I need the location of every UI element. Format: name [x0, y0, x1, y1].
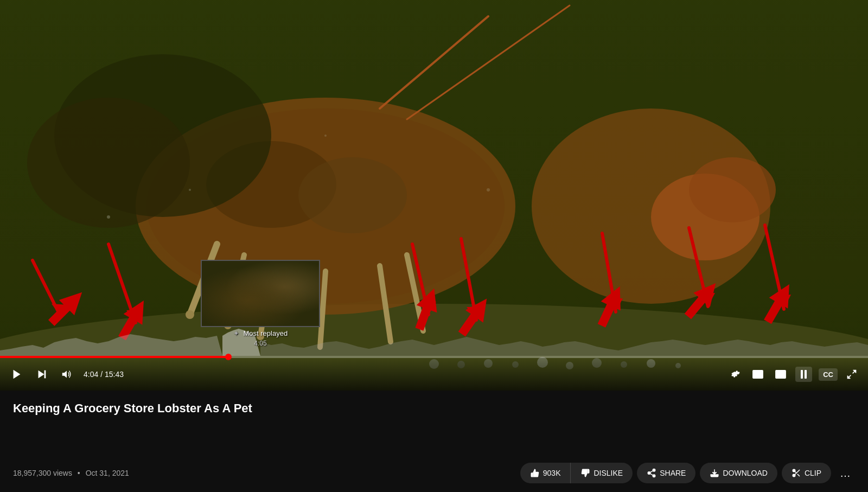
next-button[interactable]: [34, 366, 50, 382]
like-dislike-group: 903K DISLIKE: [520, 463, 633, 483]
cc-button[interactable]: CC: [819, 368, 838, 381]
info-section: Keeping A Grocery Store Lobster As A Pet…: [0, 391, 868, 492]
volume-icon: [61, 368, 73, 380]
video-player[interactable]: ✦ Most replayed 4:05: [0, 0, 868, 391]
svg-marker-38: [44, 285, 90, 331]
svg-point-76: [793, 474, 795, 477]
progress-tooltip: ✦ Most replayed 4:05: [201, 260, 320, 347]
download-button[interactable]: DOWNLOAD: [700, 463, 777, 483]
action-buttons: 903K DISLIKE: [520, 463, 855, 483]
dislike-label: DISLIKE: [593, 469, 623, 477]
tooltip-thumbnail: [201, 260, 320, 327]
waveform-display: [0, 326, 868, 356]
meta-row: 18,957,300 views • Oct 31, 2021 903K: [13, 463, 855, 483]
svg-rect-65: [776, 370, 786, 378]
play-icon: [11, 368, 23, 380]
download-icon: [710, 468, 719, 478]
miniplayer-icon: [752, 369, 764, 379]
fullscreen-icon: [846, 369, 857, 380]
controls-bar: 4:04 / 15:43: [0, 358, 868, 391]
like-icon: [530, 468, 540, 478]
dislike-icon: [580, 468, 590, 478]
svg-line-72: [650, 474, 653, 475]
svg-point-71: [653, 475, 655, 477]
clip-button[interactable]: CLIP: [782, 463, 831, 483]
share-button[interactable]: SHARE: [637, 463, 695, 483]
tooltip-text: ✦ Most replayed: [233, 329, 288, 337]
right-controls: CC: [727, 366, 859, 382]
pause-bars: [801, 370, 807, 379]
svg-rect-64: [758, 374, 762, 377]
tooltip-sparkle: ✦: [233, 329, 239, 337]
dislike-button[interactable]: DISLIKE: [571, 463, 633, 483]
time-display: 4:04 / 15:43: [84, 370, 124, 379]
theater-icon: [775, 369, 787, 379]
video-title: Keeping A Grocery Store Lobster As A Pet: [13, 401, 855, 416]
svg-line-79: [795, 471, 796, 473]
like-count: 903K: [543, 469, 561, 477]
miniplayer-button[interactable]: [750, 367, 766, 381]
clip-icon: [792, 468, 801, 478]
svg-point-70: [648, 472, 650, 475]
pause-indicator[interactable]: [795, 367, 812, 382]
settings-icon: [729, 368, 741, 380]
svg-point-69: [653, 469, 655, 472]
volume-button[interactable]: [59, 366, 75, 382]
fullscreen-button[interactable]: [844, 367, 859, 382]
next-icon: [36, 368, 48, 380]
svg-rect-61: [44, 370, 46, 379]
more-button[interactable]: …: [835, 465, 855, 482]
svg-line-73: [650, 471, 653, 472]
like-button[interactable]: 903K: [520, 463, 571, 483]
svg-line-78: [797, 474, 800, 476]
play-button[interactable]: [9, 366, 25, 382]
svg-marker-62: [62, 371, 67, 378]
video-stats: 18,957,300 views • Oct 31, 2021: [13, 469, 129, 477]
tooltip-time: 4:05: [254, 340, 266, 347]
svg-marker-59: [14, 370, 21, 379]
theater-button[interactable]: [773, 367, 789, 381]
svg-marker-60: [39, 370, 44, 379]
settings-button[interactable]: [727, 366, 743, 382]
share-icon: [647, 468, 656, 478]
svg-point-75: [793, 469, 795, 472]
